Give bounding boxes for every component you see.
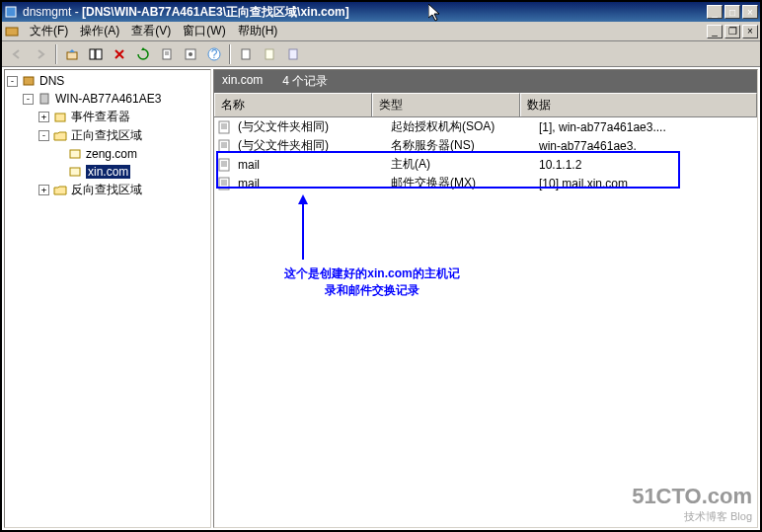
annotation-arrow-icon bbox=[298, 194, 308, 204]
zone-info-bar: xin.com 4 个记录 bbox=[214, 70, 757, 93]
menu-help[interactable]: 帮助(H) bbox=[232, 21, 284, 41]
col-data[interactable]: 数据 bbox=[520, 93, 757, 116]
folder-open-icon bbox=[52, 128, 68, 144]
menu-file[interactable]: 文件(F) bbox=[24, 21, 74, 41]
zone-icon bbox=[67, 146, 83, 162]
svg-rect-11 bbox=[266, 49, 273, 59]
tree-server[interactable]: - WIN-AB77A461AE3 bbox=[7, 90, 208, 108]
tree-reverse-zones[interactable]: + 反向查找区域 bbox=[7, 181, 208, 199]
svg-rect-15 bbox=[55, 114, 65, 121]
annotation-text: 这个是创建好的xin.com的主机记 录和邮件交换记录 bbox=[244, 266, 500, 299]
menu-bar: 文件(F) 操作(A) 查看(V) 窗口(W) 帮助(H) _ ❐ × bbox=[2, 22, 760, 41]
svg-rect-14 bbox=[40, 94, 48, 104]
tree-zone-xin[interactable]: xin.com bbox=[7, 163, 208, 181]
svg-rect-4 bbox=[96, 49, 102, 59]
tree-zone-zeng[interactable]: zeng.com bbox=[7, 145, 208, 163]
maximize-button[interactable]: □ bbox=[724, 5, 740, 19]
show-hide-tree-button[interactable] bbox=[85, 43, 107, 65]
record-icon bbox=[217, 139, 233, 153]
svg-point-7 bbox=[189, 52, 192, 56]
column-headers: 名称 类型 数据 bbox=[214, 93, 757, 117]
watermark: 51CTO.com 技术博客 Blog bbox=[632, 484, 752, 524]
svg-rect-1 bbox=[6, 28, 18, 36]
dns-root-icon bbox=[21, 73, 37, 89]
toolbar: ? bbox=[2, 41, 760, 67]
minimize-button[interactable]: _ bbox=[707, 5, 723, 19]
tree-forward-zones[interactable]: - 正向查找区域 bbox=[7, 126, 208, 145]
col-type[interactable]: 类型 bbox=[372, 93, 520, 116]
record-icon bbox=[217, 158, 233, 172]
up-button[interactable] bbox=[61, 43, 83, 65]
mdi-restore-button[interactable]: ❐ bbox=[724, 25, 740, 38]
app-icon bbox=[4, 4, 20, 20]
properties-button[interactable] bbox=[180, 43, 201, 65]
svg-rect-26 bbox=[219, 159, 229, 171]
new-record-button[interactable] bbox=[235, 43, 257, 65]
record-row[interactable]: mail 主机(A) 10.1.1.2 bbox=[214, 155, 757, 174]
svg-rect-13 bbox=[24, 77, 34, 85]
new-zone-button[interactable] bbox=[282, 43, 304, 65]
folder-icon bbox=[52, 183, 68, 198]
record-count: 4 个记录 bbox=[282, 73, 328, 90]
zone-name: xin.com bbox=[222, 73, 263, 90]
collapse-icon[interactable]: - bbox=[7, 76, 18, 87]
svg-rect-18 bbox=[219, 121, 229, 133]
zone-icon bbox=[67, 164, 83, 180]
record-row[interactable]: (与父文件夹相同) 起始授权机构(SOA) [1], win-ab77a461a… bbox=[214, 117, 757, 136]
close-button[interactable]: × bbox=[742, 5, 758, 19]
record-row[interactable]: mail 邮件交换器(MX) [10] mail.xin.com bbox=[214, 174, 757, 192]
mdi-close-button[interactable]: × bbox=[742, 25, 758, 38]
svg-rect-0 bbox=[6, 7, 16, 17]
help-button[interactable]: ? bbox=[203, 43, 225, 65]
svg-rect-16 bbox=[70, 150, 80, 158]
svg-rect-22 bbox=[219, 140, 229, 152]
collapse-icon[interactable]: - bbox=[38, 130, 49, 141]
back-button[interactable] bbox=[6, 43, 28, 65]
filter-button[interactable] bbox=[259, 43, 280, 65]
expand-icon[interactable]: + bbox=[38, 185, 49, 195]
col-name[interactable]: 名称 bbox=[214, 93, 372, 116]
window-title: dnsmgmt - [DNS\WIN-AB77A461AE3\正向查找区域\xi… bbox=[23, 4, 707, 21]
collapse-icon[interactable]: - bbox=[23, 94, 34, 105]
tree-event-viewer[interactable]: + 事件查看器 bbox=[7, 108, 208, 126]
svg-rect-30 bbox=[219, 178, 229, 190]
event-icon bbox=[52, 110, 68, 125]
svg-text:?: ? bbox=[211, 47, 218, 61]
delete-button[interactable] bbox=[109, 43, 130, 65]
export-button[interactable] bbox=[156, 43, 178, 65]
svg-rect-2 bbox=[67, 52, 77, 59]
svg-rect-17 bbox=[70, 168, 80, 176]
dns-icon bbox=[4, 24, 20, 39]
menu-view[interactable]: 查看(V) bbox=[125, 21, 177, 41]
mdi-minimize-button[interactable]: _ bbox=[707, 25, 723, 38]
forward-button[interactable] bbox=[30, 43, 51, 65]
expand-icon[interactable]: + bbox=[38, 112, 49, 122]
svg-rect-3 bbox=[90, 49, 95, 59]
record-list[interactable]: (与父文件夹相同) 起始授权机构(SOA) [1], win-ab77a461a… bbox=[214, 117, 757, 527]
refresh-button[interactable] bbox=[132, 43, 154, 65]
tree-root-dns[interactable]: - DNS bbox=[7, 72, 208, 90]
record-row[interactable]: (与父文件夹相同) 名称服务器(NS) win-ab77a461ae3. bbox=[214, 136, 757, 155]
tree-pane[interactable]: - DNS - WIN-AB77A461AE3 + 事件查看器 - 正向查找区域 bbox=[4, 69, 211, 528]
menu-action[interactable]: 操作(A) bbox=[74, 21, 125, 41]
menu-window[interactable]: 窗口(W) bbox=[177, 21, 231, 41]
server-icon bbox=[37, 91, 52, 107]
annotation-arrow-line bbox=[302, 204, 304, 260]
title-bar: dnsmgmt - [DNS\WIN-AB77A461AE3\正向查找区域\xi… bbox=[2, 2, 760, 22]
svg-rect-12 bbox=[289, 49, 297, 59]
svg-rect-10 bbox=[242, 49, 250, 59]
list-pane: xin.com 4 个记录 名称 类型 数据 (与父文件夹相同) 起始授权机构(… bbox=[213, 69, 758, 528]
record-icon bbox=[217, 120, 233, 134]
record-icon bbox=[217, 177, 233, 190]
